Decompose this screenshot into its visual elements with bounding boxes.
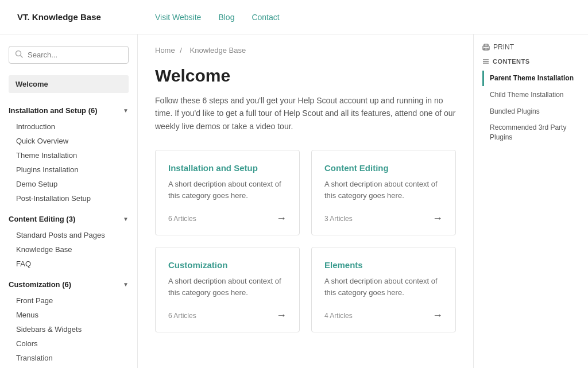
svg-line-1 <box>21 56 23 58</box>
chevron-down-icon-3: ▼ <box>123 281 129 288</box>
main-content: Home / Knowledge Base Welcome Follow the… <box>138 34 473 368</box>
sidebar-item-faq[interactable]: FAQ <box>0 257 137 271</box>
card-content-editing-footer: 3 Articles → <box>324 212 443 224</box>
sidebar-item-quick-overview[interactable]: Quick Overview <box>0 134 137 148</box>
svg-rect-4 <box>484 48 488 50</box>
nav-links: Visit Website Blog Contact <box>155 13 280 22</box>
toc-contents-label: CONTENTS <box>493 58 530 65</box>
search-icon <box>15 50 23 60</box>
sidebar-item-plugins-installation[interactable]: Plugins Installation <box>0 162 137 177</box>
card-installation-setup-title: Installation and Setup <box>168 163 287 173</box>
card-content-editing-title: Content Editing <box>324 163 443 173</box>
card-elements-title: Elements <box>324 260 443 270</box>
search-container[interactable] <box>9 46 129 64</box>
nav-visit-website[interactable]: Visit Website <box>155 13 201 22</box>
sidebar-section-content-editing-label: Content Editing (3) <box>9 215 75 223</box>
sidebar-customization-items: Front Page Menus Sidebars & Widgets Colo… <box>0 293 137 368</box>
nav-blog[interactable]: Blog <box>218 13 234 22</box>
sidebar-item-colors[interactable]: Colors <box>0 336 137 351</box>
card-customization-desc: A short decription about context of this… <box>168 276 287 298</box>
sidebar-item-menus[interactable]: Menus <box>0 308 137 322</box>
card-content-editing-desc: A short decription about context of this… <box>324 179 443 201</box>
card-customization-footer: 6 Articles → <box>168 309 287 321</box>
sidebar-item-front-page[interactable]: Front Page <box>0 293 137 308</box>
breadcrumb: Home / Knowledge Base <box>155 46 456 55</box>
breadcrumb-home[interactable]: Home <box>155 46 175 55</box>
page-title: Welcome <box>155 66 456 86</box>
sidebar-section-customization[interactable]: Customization (6) ▼ <box>0 276 137 293</box>
sidebar-section-customization-label: Customization (6) <box>9 280 71 289</box>
arrow-right-icon-3: → <box>276 309 287 321</box>
card-customization-articles: 6 Articles <box>168 312 196 320</box>
sidebar-item-demo-setup[interactable]: Demo Setup <box>0 177 137 191</box>
sidebar-item-introduction[interactable]: Introduction <box>0 119 137 134</box>
sidebar-content-editing-items: Standard Posts and Pages Knowledge Base … <box>0 228 137 276</box>
cards-grid: Installation and Setup A short decriptio… <box>155 150 456 332</box>
sidebar-item-standard-posts[interactable]: Standard Posts and Pages <box>0 228 137 242</box>
sidebar-section-content-editing[interactable]: Content Editing (3) ▼ <box>0 210 137 228</box>
chevron-down-icon: ▼ <box>123 107 129 114</box>
top-navigation: VT. Knowledge Base Visit Website Blog Co… <box>0 0 588 34</box>
card-customization[interactable]: Customization A short decription about c… <box>155 247 300 332</box>
sidebar-section-installation-label: Installation and Setup (6) <box>9 106 98 115</box>
toc-item-recommended-plugins[interactable]: Recommended 3rd Party Plugins <box>482 120 579 145</box>
sidebar-item-knowledge-base[interactable]: Knowledge Base <box>0 242 137 257</box>
arrow-right-icon: → <box>276 212 287 224</box>
toc-print-label: PRINT <box>493 43 514 51</box>
search-input[interactable] <box>28 51 122 59</box>
card-content-editing-articles: 3 Articles <box>324 215 353 223</box>
toc-contents-header: CONTENTS <box>482 58 579 65</box>
page-intro: Follow these 6 steps and you'll get your… <box>155 94 456 133</box>
toc-print-button[interactable]: PRINT <box>482 43 579 51</box>
list-icon <box>482 58 489 65</box>
sidebar-installation-items: Introduction Quick Overview Theme Instal… <box>0 119 137 210</box>
card-elements[interactable]: Elements A short decription about contex… <box>311 247 456 332</box>
sidebar-section-installation[interactable]: Installation and Setup (6) ▼ <box>0 102 137 119</box>
card-installation-setup[interactable]: Installation and Setup A short decriptio… <box>155 150 300 235</box>
breadcrumb-separator: / <box>180 46 182 55</box>
card-content-editing[interactable]: Content Editing A short decription about… <box>311 150 456 235</box>
svg-rect-3 <box>484 44 488 47</box>
sidebar-item-sidebars-widgets[interactable]: Sidebars & Widgets <box>0 322 137 336</box>
chevron-down-icon-2: ▼ <box>123 216 129 222</box>
nav-contact[interactable]: Contact <box>252 13 279 22</box>
toc-item-parent-theme[interactable]: Parent Theme Installation <box>482 71 579 86</box>
arrow-right-icon-2: → <box>432 212 443 224</box>
print-icon <box>482 44 490 51</box>
table-of-contents: PRINT CONTENTS Parent Theme Installation… <box>473 34 588 368</box>
sidebar-welcome[interactable]: Welcome <box>9 75 129 93</box>
card-elements-desc: A short decription about context of this… <box>324 276 443 298</box>
card-installation-setup-articles: 6 Articles <box>168 215 196 223</box>
sidebar: Welcome Installation and Setup (6) ▼ Int… <box>0 34 138 368</box>
breadcrumb-current: Knowledge Base <box>190 46 246 55</box>
sidebar-item-translation[interactable]: Translation <box>0 351 137 365</box>
card-customization-title: Customization <box>168 260 287 270</box>
sidebar-item-theme-installation[interactable]: Theme Installation <box>0 148 137 162</box>
toc-item-child-theme[interactable]: Child Theme Installation <box>482 87 579 103</box>
card-elements-articles: 4 Articles <box>324 312 353 320</box>
toc-item-bundled-plugins[interactable]: Bundled Plugins <box>482 104 579 119</box>
card-installation-setup-desc: A short decription about context of this… <box>168 179 287 201</box>
site-title: VT. Knowledge Base <box>17 12 155 22</box>
main-layout: Welcome Installation and Setup (6) ▼ Int… <box>0 34 588 368</box>
card-elements-footer: 4 Articles → <box>324 309 443 321</box>
card-installation-setup-footer: 6 Articles → <box>168 212 287 224</box>
sidebar-item-post-installation[interactable]: Post-Installation Setup <box>0 191 137 206</box>
arrow-right-icon-4: → <box>432 309 443 321</box>
